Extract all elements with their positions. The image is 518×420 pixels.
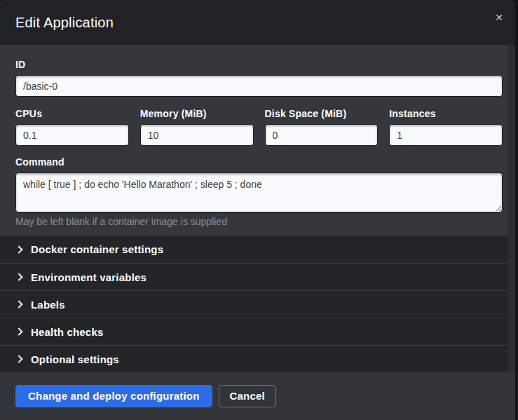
disk-input[interactable]	[265, 124, 379, 146]
field-cpus: CPUs	[15, 108, 129, 146]
field-command: Command while [ true ] ; do echo 'Hello …	[15, 156, 503, 227]
command-textarea[interactable]: while [ true ] ; do echo 'Hello Marathon…	[15, 172, 503, 212]
instances-input[interactable]	[389, 124, 503, 146]
modal-header: Edit Application ✕	[0, 0, 515, 45]
section-docker-container-settings[interactable]: Docker container settings	[0, 236, 515, 263]
cpus-label: CPUs	[15, 108, 129, 119]
cpus-input[interactable]	[15, 124, 129, 146]
close-button[interactable]: ✕	[491, 10, 507, 25]
close-icon: ✕	[495, 12, 503, 23]
section-label: Docker container settings	[31, 243, 163, 255]
section-optional-settings[interactable]: Optional settings	[0, 345, 515, 372]
field-instances: Instances	[389, 108, 503, 146]
field-id: ID	[15, 59, 503, 97]
section-label: Labels	[31, 299, 65, 311]
id-input[interactable]	[15, 75, 503, 97]
memory-input[interactable]	[140, 124, 254, 146]
section-label: Optional settings	[31, 353, 119, 365]
modal-title: Edit Application	[15, 15, 114, 31]
resources-row: CPUs Memory (MiB) Disk Space (MiB) Insta…	[15, 108, 503, 146]
chevron-right-icon	[15, 273, 22, 280]
chevron-right-icon	[15, 245, 22, 253]
instances-label: Instances	[389, 108, 503, 119]
modal-footer: Change and deploy configuration Cancel	[0, 372, 515, 420]
command-help-text: May be left blank if a container image i…	[15, 216, 503, 227]
chevron-right-icon	[15, 327, 22, 335]
cancel-button[interactable]: Cancel	[219, 385, 276, 407]
disk-label: Disk Space (MiB)	[265, 108, 379, 119]
field-memory: Memory (MiB)	[140, 108, 254, 146]
command-label: Command	[15, 156, 503, 168]
section-environment-variables[interactable]: Environment variables	[0, 263, 515, 290]
chevron-right-icon	[15, 300, 22, 308]
id-label: ID	[15, 59, 503, 70]
change-and-deploy-button[interactable]: Change and deploy configuration	[15, 385, 212, 407]
application-form: ID CPUs Memory (MiB) Disk Space (MiB) In…	[0, 45, 515, 236]
section-labels[interactable]: Labels	[0, 290, 515, 318]
field-disk: Disk Space (MiB)	[265, 108, 379, 146]
edit-application-modal: Edit Application ✕ ID CPUs Memory (MiB) …	[0, 0, 515, 420]
section-health-checks[interactable]: Health checks	[0, 318, 515, 345]
memory-label: Memory (MiB)	[140, 108, 254, 119]
section-label: Health checks	[31, 326, 103, 338]
scrollbar-track[interactable]	[508, 45, 515, 372]
collapsible-sections: Docker container settings Environment va…	[0, 236, 515, 372]
chevron-right-icon	[15, 355, 22, 363]
section-label: Environment variables	[31, 271, 146, 283]
